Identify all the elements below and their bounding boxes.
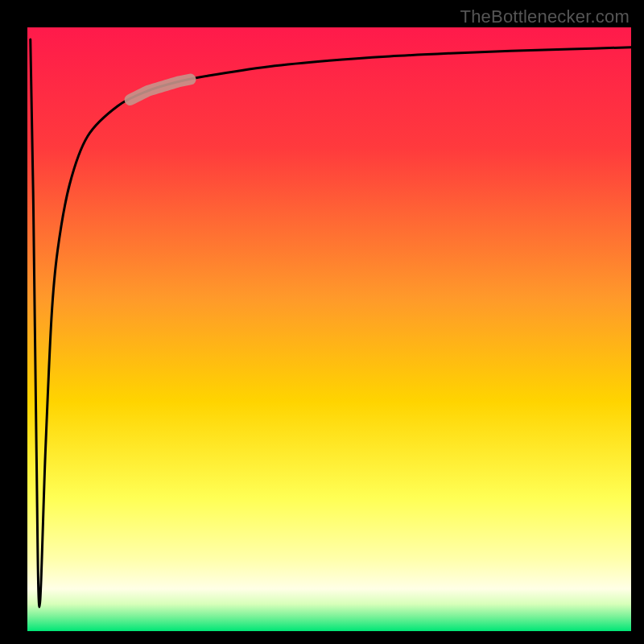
chart-frame: TheBottlenecker.com — [0, 0, 644, 644]
bottleneck-curve — [31, 39, 631, 607]
curve-layer — [27, 27, 631, 631]
highlight-segment — [130, 80, 191, 101]
plot-area — [27, 27, 631, 631]
watermark-text: TheBottlenecker.com — [460, 6, 630, 27]
